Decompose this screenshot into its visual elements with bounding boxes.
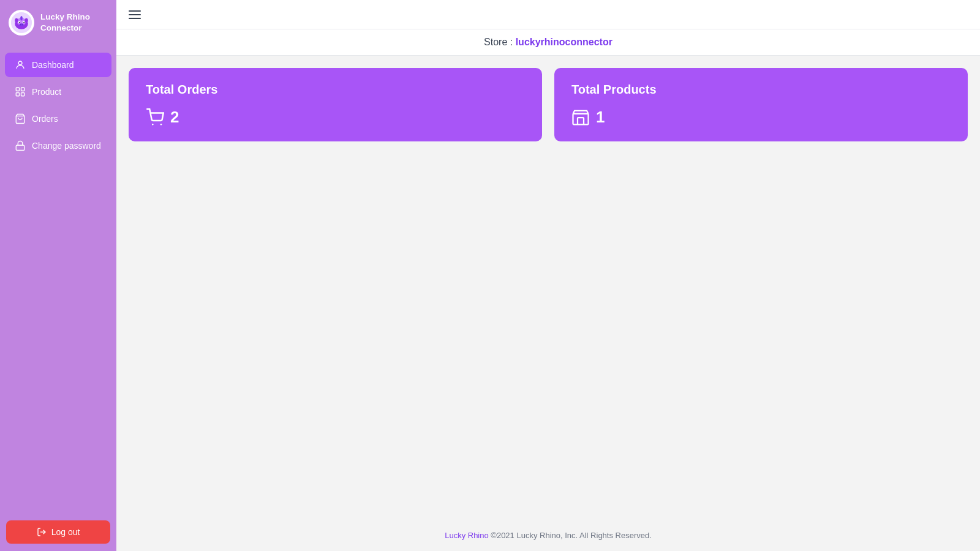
svg-point-22 (160, 124, 162, 126)
hamburger-line-1 (129, 10, 141, 12)
logout-button[interactable]: Log out (6, 520, 110, 544)
svg-rect-19 (16, 145, 24, 150)
total-orders-title: Total Orders (146, 83, 525, 97)
svg-point-5 (20, 16, 23, 20)
sidebar-nav: Dashboard Product Orders Change password (0, 45, 116, 513)
svg-point-3 (15, 18, 18, 23)
hamburger-line-3 (129, 18, 141, 19)
total-products-title: Total Products (571, 83, 951, 97)
sidebar-item-product[interactable]: Product (5, 80, 111, 104)
hamburger-menu-button[interactable] (129, 10, 141, 19)
svg-point-13 (18, 61, 22, 65)
logout-icon (37, 527, 47, 537)
sidebar-item-change-password[interactable]: Change password (5, 133, 111, 158)
svg-rect-23 (573, 113, 589, 124)
total-orders-card: Total Orders 2 (129, 68, 542, 141)
topbar (116, 0, 980, 29)
shopping-cart-icon (15, 113, 26, 124)
total-orders-value: 2 (146, 108, 525, 127)
sidebar-logout-section: Log out (0, 513, 116, 551)
sidebar-item-orders[interactable]: Orders (5, 107, 111, 131)
sidebar: Lucky Rhino Connector Dashboard Product … (0, 0, 116, 551)
svg-rect-16 (16, 93, 19, 96)
store-icon (571, 108, 590, 127)
hamburger-line-2 (129, 14, 141, 15)
total-products-card: Total Products 1 (554, 68, 968, 141)
footer: Lucky Rhino ©2021 Lucky Rhino, Inc. All … (116, 520, 980, 551)
footer-link[interactable]: Lucky Rhino (445, 531, 489, 540)
sidebar-item-change-password-label: Change password (32, 141, 101, 151)
svg-point-21 (152, 124, 154, 126)
svg-point-9 (23, 22, 24, 23)
svg-point-8 (19, 22, 20, 23)
store-header: Store : luckyrhinoconnector (116, 29, 980, 56)
svg-rect-14 (16, 88, 19, 91)
store-label: Store : (484, 37, 516, 47)
svg-point-11 (20, 24, 21, 25)
cart-icon (146, 108, 164, 127)
sidebar-logo: Lucky Rhino Connector (0, 0, 116, 45)
sidebar-item-dashboard-label: Dashboard (32, 60, 74, 70)
sidebar-item-product-label: Product (32, 87, 61, 97)
svg-rect-15 (21, 88, 24, 91)
main-content: Store : luckyrhinoconnector Total Orders… (116, 0, 980, 551)
sidebar-item-orders-label: Orders (32, 114, 58, 124)
svg-point-12 (22, 24, 23, 25)
svg-point-4 (24, 18, 28, 23)
dashboard-content: Total Orders 2 Total Products (116, 56, 980, 520)
footer-text: ©2021 Lucky Rhino, Inc. All Rights Reser… (489, 531, 652, 540)
stats-cards-row: Total Orders 2 Total Products (129, 68, 968, 141)
user-icon (15, 59, 26, 70)
lock-icon (15, 140, 26, 151)
svg-point-10 (19, 23, 23, 26)
svg-rect-17 (21, 93, 24, 96)
app-logo-avatar (9, 10, 34, 36)
store-name-link[interactable]: luckyrhinoconnector (516, 37, 612, 47)
app-name: Lucky Rhino Connector (40, 12, 90, 33)
total-products-value: 1 (571, 108, 951, 127)
grid-icon (15, 86, 26, 97)
logout-label: Log out (51, 527, 80, 537)
sidebar-item-dashboard[interactable]: Dashboard (5, 53, 111, 77)
